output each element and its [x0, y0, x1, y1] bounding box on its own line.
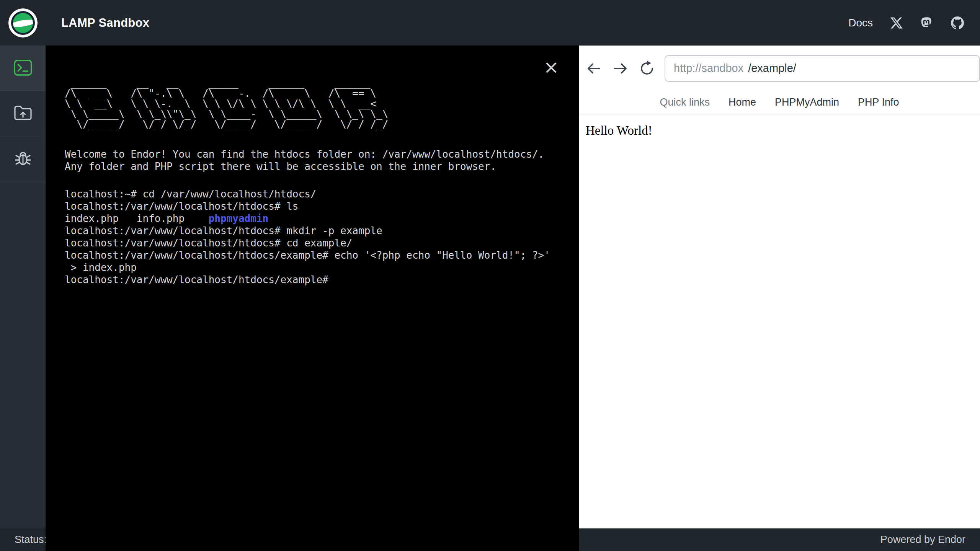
- bug-icon: [14, 149, 32, 168]
- terminal-prompt[interactable]: localhost:/var/www/localhost/htdocs/exam…: [65, 274, 571, 286]
- docs-link[interactable]: Docs: [848, 17, 873, 29]
- folder-upload-icon: [14, 105, 32, 122]
- terminal-panel[interactable]: × ______ __ __ _____ ______ ______ /\ __…: [46, 46, 579, 551]
- terminal-command-line: localhost:/var/www/localhost/htdocs# cd …: [65, 237, 571, 249]
- browser-toolbar: http://sandbox /example/: [579, 46, 980, 91]
- quick-link-home[interactable]: Home: [728, 96, 756, 108]
- quick-link-phpinfo[interactable]: PHP Info: [858, 96, 899, 108]
- endor-logo-mark: [11, 11, 35, 35]
- app-title: LAMP Sandbox: [61, 16, 149, 30]
- terminal-command-line: localhost:/var/www/localhost/htdocs/exam…: [65, 249, 571, 261]
- terminal-command-wrapped-line: > index.php: [65, 261, 571, 274]
- terminal-ls-output: index.php info.php phpmyadmin: [65, 212, 571, 225]
- github-icon[interactable]: [951, 16, 964, 29]
- quick-link-phpmyadmin[interactable]: PHPMyAdmin: [775, 96, 839, 108]
- x-twitter-icon[interactable]: [890, 17, 903, 29]
- sidebar-item-file-upload[interactable]: [0, 91, 46, 136]
- quick-links-bar: Quick links Home PHPMyAdmin PHP Info: [579, 91, 980, 114]
- browser-panel: http://sandbox /example/ Quick links Hom…: [579, 46, 980, 528]
- topbar-actions: Docs: [848, 16, 980, 29]
- terminal-icon: [14, 60, 32, 77]
- terminal-command-line: localhost:~# cd /var/www/localhost/htdoc…: [65, 188, 571, 200]
- mastodon-icon[interactable]: [920, 16, 933, 29]
- close-icon[interactable]: ×: [544, 58, 559, 76]
- quick-links-label: Quick links: [660, 96, 710, 108]
- terminal-command-line: localhost:/var/www/localhost/htdocs# mkd…: [65, 225, 571, 237]
- url-input[interactable]: http://sandbox /example/: [665, 55, 980, 82]
- sidebar-item-terminal[interactable]: [0, 46, 46, 91]
- endor-logo[interactable]: [8, 8, 38, 37]
- refresh-icon[interactable]: [639, 60, 655, 77]
- terminal-welcome-line-2: Any folder and PHP script there will be …: [65, 160, 571, 173]
- endor-ascii-logo: ______ __ __ _____ ______ ______ /\ ___\…: [65, 78, 571, 130]
- back-icon[interactable]: [585, 60, 603, 77]
- terminal-welcome-line-1: Welcome to Endor! You can find the htdoc…: [65, 148, 571, 160]
- url-path: /example/: [748, 62, 796, 75]
- status-label: Status:: [15, 534, 47, 546]
- sidebar-item-debug[interactable]: [0, 136, 46, 181]
- sidebar: [0, 46, 46, 528]
- terminal-command-line: localhost:/var/www/localhost/htdocs# ls: [65, 200, 571, 212]
- topbar: LAMP Sandbox Docs: [0, 0, 980, 46]
- page-content-text: Hello World!: [586, 124, 652, 137]
- powered-by: Powered by Endor: [880, 534, 965, 546]
- browser-viewport: Hello World!: [579, 114, 980, 138]
- forward-icon[interactable]: [612, 60, 629, 77]
- ls-directory: phpmyadmin: [209, 213, 269, 224]
- url-host: http://sandbox: [674, 62, 743, 75]
- ls-files: index.php info.php: [65, 213, 209, 224]
